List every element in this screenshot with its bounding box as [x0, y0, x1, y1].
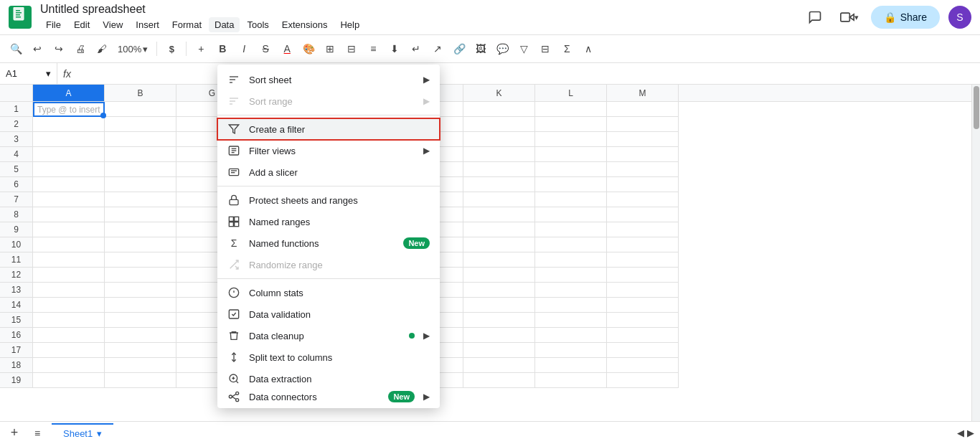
- cell-M2[interactable]: [607, 117, 679, 132]
- cell-K11[interactable]: [463, 252, 535, 268]
- cell-B16[interactable]: [105, 328, 176, 343]
- cell-K10[interactable]: [463, 237, 535, 252]
- merge-btn[interactable]: ⊟: [341, 39, 362, 59]
- menu-extensions[interactable]: Extensions: [276, 17, 334, 32]
- cell-B19[interactable]: [105, 373, 176, 388]
- prev-sheet-arrow[interactable]: ◀: [957, 428, 964, 438]
- menu-edit[interactable]: Edit: [68, 17, 95, 32]
- cell-A15[interactable]: [33, 313, 105, 328]
- cell-L3[interactable]: [535, 132, 607, 147]
- print-btn[interactable]: 🖨: [70, 39, 90, 59]
- menu-protect-sheets[interactable]: Protect sheets and ranges: [217, 189, 440, 211]
- cell-K2[interactable]: [463, 117, 535, 132]
- expand-btn[interactable]: ∧: [578, 39, 598, 59]
- cell-K19[interactable]: [463, 373, 535, 388]
- align-btn[interactable]: ≡: [363, 39, 383, 59]
- cell-L11[interactable]: [535, 252, 607, 268]
- image-btn[interactable]: 🖼: [471, 39, 491, 59]
- cell-K9[interactable]: [463, 222, 535, 237]
- cell-L5[interactable]: [535, 162, 607, 177]
- menu-data-cleanup[interactable]: Data cleanup ▶: [217, 325, 440, 346]
- menu-help[interactable]: Help: [334, 17, 365, 32]
- link-btn[interactable]: 🔗: [449, 39, 469, 59]
- cell-M5[interactable]: [607, 162, 679, 177]
- cell-K8[interactable]: [463, 207, 535, 222]
- cell-K18[interactable]: [463, 358, 535, 373]
- italic-btn[interactable]: I: [234, 39, 254, 59]
- cell-A11[interactable]: [33, 252, 105, 268]
- menu-insert[interactable]: Insert: [130, 17, 165, 32]
- cell-K6[interactable]: [463, 177, 535, 192]
- cell-A17[interactable]: [33, 343, 105, 358]
- cell-M12[interactable]: [607, 268, 679, 283]
- cell-B17[interactable]: [105, 343, 176, 358]
- undo-btn[interactable]: ↩: [27, 39, 47, 59]
- cell-A8[interactable]: [33, 207, 105, 222]
- cell-A16[interactable]: [33, 328, 105, 343]
- col-header-B[interactable]: B: [105, 85, 176, 101]
- cell-L14[interactable]: [535, 298, 607, 313]
- chat-icon[interactable]: [802, 4, 828, 30]
- cell-A13[interactable]: [33, 283, 105, 298]
- menu-format[interactable]: Format: [166, 17, 207, 32]
- menu-create-filter[interactable]: Create a filter: [217, 118, 440, 140]
- cell-A19[interactable]: [33, 373, 105, 388]
- menu-view[interactable]: View: [97, 17, 128, 32]
- cell-B6[interactable]: [105, 177, 176, 192]
- cell-L18[interactable]: [535, 358, 607, 373]
- cell-L7[interactable]: [535, 192, 607, 207]
- functions-btn[interactable]: Σ: [557, 39, 577, 59]
- sheet1-tab[interactable]: Sheet1 ▾: [52, 423, 113, 443]
- cell-L6[interactable]: [535, 177, 607, 192]
- cell-K3[interactable]: [463, 132, 535, 147]
- cell-L13[interactable]: [535, 283, 607, 298]
- avatar[interactable]: S: [948, 6, 971, 29]
- cell-L16[interactable]: [535, 328, 607, 343]
- menu-file[interactable]: File: [40, 17, 67, 32]
- cell-K13[interactable]: [463, 283, 535, 298]
- col-header-A[interactable]: A: [33, 85, 105, 101]
- menu-sort-sheet[interactable]: Sort sheet ▶: [217, 69, 440, 90]
- menu-add-slicer[interactable]: Add a slicer: [217, 161, 440, 183]
- cell-M8[interactable]: [607, 207, 679, 222]
- cell-B15[interactable]: [105, 313, 176, 328]
- cell-B2[interactable]: [105, 117, 176, 132]
- scrollbar-thumb[interactable]: [974, 86, 979, 129]
- cell-M3[interactable]: [607, 132, 679, 147]
- cell-B1[interactable]: [105, 102, 176, 117]
- cell-K14[interactable]: [463, 298, 535, 313]
- cell-A12[interactable]: [33, 268, 105, 283]
- cell-L12[interactable]: [535, 268, 607, 283]
- cell-K12[interactable]: [463, 268, 535, 283]
- menu-split-text[interactable]: Split text to columns: [217, 346, 440, 368]
- next-sheet-arrow[interactable]: ▶: [967, 428, 974, 438]
- menu-data-connectors[interactable]: Data connectors New ▶: [217, 389, 440, 404]
- menu-named-functions[interactable]: Σ Named functions New: [217, 232, 440, 254]
- cell-M14[interactable]: [607, 298, 679, 313]
- cell-M6[interactable]: [607, 177, 679, 192]
- sheet-menu-button[interactable]: ≡: [29, 425, 46, 442]
- cell-B4[interactable]: [105, 147, 176, 162]
- cell-B10[interactable]: [105, 237, 176, 252]
- cell-A3[interactable]: [33, 132, 105, 147]
- cell-M19[interactable]: [607, 373, 679, 388]
- col-header-K[interactable]: K: [463, 85, 535, 101]
- cell-B9[interactable]: [105, 222, 176, 237]
- text-color-btn[interactable]: A: [277, 39, 297, 59]
- cell-M18[interactable]: [607, 358, 679, 373]
- cell-A1[interactable]: Type @ to insert: [33, 102, 105, 117]
- cell-B18[interactable]: [105, 358, 176, 373]
- cell-L15[interactable]: [535, 313, 607, 328]
- cell-L4[interactable]: [535, 147, 607, 162]
- table-btn[interactable]: ⊟: [535, 39, 555, 59]
- bold-btn[interactable]: B: [212, 39, 232, 59]
- cell-M13[interactable]: [607, 283, 679, 298]
- cell-L8[interactable]: [535, 207, 607, 222]
- cell-L19[interactable]: [535, 373, 607, 388]
- menu-column-stats[interactable]: Column stats: [217, 282, 440, 303]
- cell-reference[interactable]: A1 ▾: [0, 63, 57, 84]
- wrap-btn[interactable]: ↵: [406, 39, 426, 59]
- cell-M15[interactable]: [607, 313, 679, 328]
- fill-color-btn[interactable]: 🎨: [298, 39, 319, 59]
- cell-B5[interactable]: [105, 162, 176, 177]
